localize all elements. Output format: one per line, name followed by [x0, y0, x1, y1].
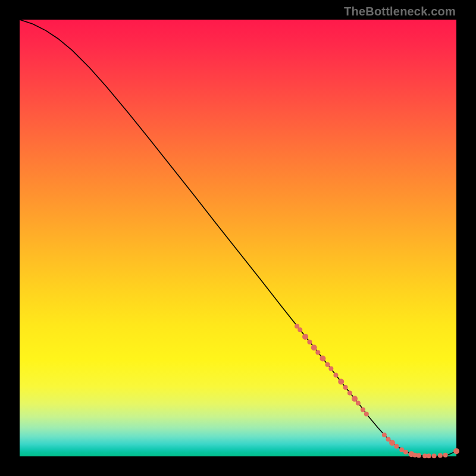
data-marker	[416, 453, 421, 458]
data-marker	[325, 362, 330, 367]
data-marker	[432, 453, 437, 458]
data-marker	[356, 400, 361, 405]
data-marker	[394, 444, 399, 449]
attribution-label: TheBottleneck.com	[344, 5, 456, 18]
data-marker	[364, 412, 369, 416]
data-marker	[333, 372, 338, 377]
data-marker	[427, 453, 431, 458]
data-marker	[315, 350, 320, 355]
data-marker	[328, 366, 333, 371]
data-marker	[347, 391, 352, 396]
data-marker	[443, 453, 448, 458]
marker-group	[295, 324, 459, 458]
data-marker	[307, 340, 312, 345]
data-marker	[438, 453, 443, 458]
data-marker	[298, 327, 302, 332]
data-marker	[338, 378, 344, 384]
data-marker	[453, 448, 459, 454]
data-marker	[320, 356, 325, 362]
data-marker	[343, 385, 348, 390]
data-marker	[361, 407, 365, 412]
chart-overlay	[20, 20, 456, 456]
data-marker	[352, 396, 358, 402]
data-marker	[403, 450, 408, 455]
chart-stage: TheBottleneck.com	[0, 0, 476, 476]
data-marker	[302, 334, 308, 340]
data-marker	[382, 433, 387, 437]
curve-line	[20, 20, 456, 456]
data-marker	[389, 440, 395, 446]
data-marker	[311, 345, 317, 350]
